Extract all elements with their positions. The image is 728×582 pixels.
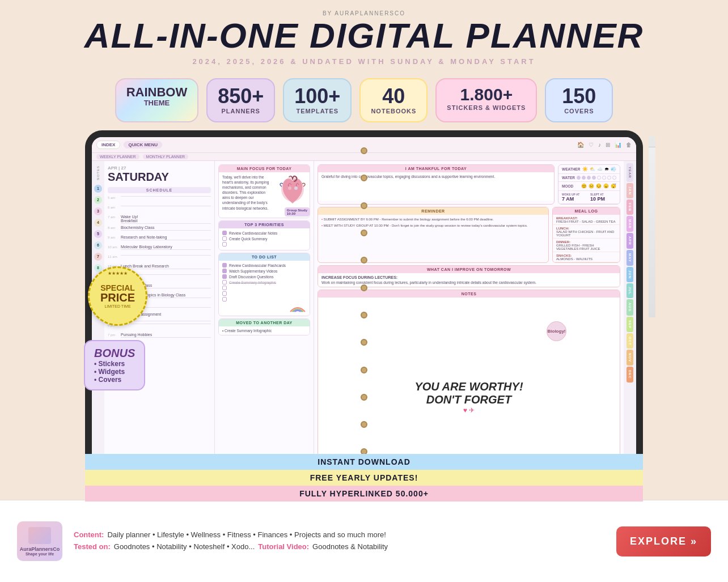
water-dot[interactable]: [582, 176, 586, 180]
heart-icon[interactable]: ♡: [589, 142, 594, 148]
weekly-planner-pill[interactable]: WEEKLY PLANNER: [96, 154, 139, 159]
improve-heading: INCREASE FOCUS DURING LECTURES:: [321, 275, 616, 279]
moved-item: • Create Summary Infographic: [222, 329, 306, 333]
weather-row: WEATHER ☀️ ⛅ ☁️ 🌧 💨: [558, 165, 620, 174]
thankful-content: Grateful for diving into cardiovascular …: [318, 172, 554, 201]
num-tab-2[interactable]: 2: [94, 196, 102, 204]
todo-checkbox-5[interactable]: [222, 286, 227, 290]
tablet-screen: INDEX QUICK MENU 🏠 ♡ ♪ ⊞ 📊 🗑 WEEKLY PLAN…: [92, 137, 636, 493]
todo-checkbox-2[interactable]: [222, 269, 227, 273]
year-tab-apr[interactable]: APR: [627, 233, 633, 249]
year-tab-year[interactable]: YEAR: [627, 163, 633, 182]
improve-text: Work on maintaining consistent focus dur…: [321, 281, 616, 284]
todo-text-3: Draft Discussion Questions: [229, 275, 273, 279]
sunny-icon: ☀️: [582, 167, 588, 172]
num-tab-7[interactable]: 7: [94, 253, 102, 261]
priorities-box: TOP 3 PRIORITIES Review Cardiovascular N…: [218, 220, 310, 250]
grid-icon[interactable]: ⊞: [606, 142, 610, 148]
footer: AuraPlannersCo Shape your life Content: …: [0, 500, 728, 582]
water-dot[interactable]: [597, 176, 601, 180]
home-icon[interactable]: 🏠: [577, 142, 584, 148]
music-icon[interactable]: ♪: [598, 142, 601, 148]
mood-4[interactable]: 😠: [603, 184, 609, 189]
todo-item: Draft Discussion Questions: [222, 274, 306, 279]
sleep-row: WOKE UP AT 7 AM SLEPT AT 10 PM: [558, 191, 620, 204]
priority-checkbox-3[interactable]: [222, 242, 227, 247]
nav-index[interactable]: INDEX: [96, 141, 120, 149]
mood-2[interactable]: 😐: [589, 184, 594, 189]
year-tabs: YEAR JAN FEB MAR APR MAY JUN JUL AUG SEP…: [624, 161, 636, 493]
todo-checkbox-3[interactable]: [222, 274, 227, 279]
year-tab-mar[interactable]: MAR: [627, 216, 633, 232]
date-day: SATURDAY: [108, 171, 211, 184]
todo-checkbox-6[interactable]: [222, 291, 227, 296]
trash-icon[interactable]: 🗑: [626, 142, 632, 148]
year-tab-dec[interactable]: DEC: [627, 367, 633, 383]
main-focus-content: Today, we'll delve into the heart's anat…: [219, 172, 310, 218]
year-tab-oct[interactable]: OCT: [627, 333, 633, 349]
mood-3[interactable]: 😔: [596, 184, 602, 189]
year-tab-aug[interactable]: AUG: [627, 299, 633, 315]
monthly-planner-pill[interactable]: MONTHLY PLANNER: [143, 154, 189, 159]
todo-text-2: Watch Supplementary Videos: [229, 269, 277, 273]
year-tab-jan[interactable]: JAN: [627, 183, 633, 198]
water-dot[interactable]: [587, 176, 591, 180]
date-header: APR | 27 SATURDAY: [108, 165, 211, 184]
middle-section: MAIN FOCUS FOR TODAY Today, we'll delve …: [215, 161, 314, 493]
reminder-header: REMINDER: [318, 207, 548, 215]
dinner-content: GRILLED FISH - FRESH VEGETABLES FRUIT JU…: [556, 244, 616, 250]
chart-icon[interactable]: 📊: [615, 142, 621, 148]
year-tab-jul[interactable]: JUL: [627, 283, 633, 298]
water-dot[interactable]: [607, 176, 611, 180]
tested-val: Goodnotes • Notability • Noteshelf • Xod…: [114, 541, 255, 553]
explore-button[interactable]: EXPLORE »: [616, 526, 711, 556]
num-tab-6[interactable]: 6: [94, 241, 102, 249]
water-dot[interactable]: [602, 176, 606, 180]
priority-checkbox-1[interactable]: [222, 231, 227, 235]
year-tab-jun[interactable]: JUN: [627, 267, 633, 282]
priority-text-1: Review Cardiovascular Notes: [229, 231, 277, 235]
todo-checkbox-4[interactable]: [222, 280, 227, 284]
mood-row: MOOD 😊 😐 😔 😠 😴: [558, 182, 620, 191]
time-row: 5 am: [108, 196, 211, 203]
bonus-widgets: • Widgets: [94, 368, 135, 376]
todo-content: Review Cardiovascular Flashcards Watch S…: [219, 261, 310, 316]
num-tab-5[interactable]: 5: [94, 230, 102, 238]
year-tab-may[interactable]: MAY: [627, 250, 633, 266]
todo-item: Create Summary Infographic: [222, 280, 306, 284]
woke-up-val: 7 AM: [562, 196, 588, 202]
priorities-header: TOP 3 PRIORITIES: [219, 221, 310, 228]
templates-num: 100+: [294, 86, 340, 107]
breakfast-content: FRESH FRUIT - SALAD - GREEN TEA: [556, 220, 616, 223]
year-tab-nov[interactable]: NOV: [627, 350, 633, 366]
content-key: Content:: [74, 529, 104, 541]
todo-checkbox-1[interactable]: [222, 263, 227, 267]
mood-5[interactable]: 😴: [611, 184, 616, 189]
todo-text-1: Review Cardiovascular Flashcards: [229, 264, 286, 267]
water-dot[interactable]: [592, 176, 596, 180]
notes-tab[interactable]: NOTES: [95, 163, 101, 182]
badge-planners: 850+ PLANNERS: [206, 78, 275, 122]
todo-checkbox-7[interactable]: [222, 297, 227, 301]
notes-header: NOTES: [318, 290, 620, 298]
tutorial-key: Tutorial Video:: [258, 541, 309, 553]
right-top-row: I AM THANKFUL FOR TODAY Grateful for div…: [318, 164, 620, 205]
year-tab-sep[interactable]: SEP: [627, 317, 633, 332]
priority-checkbox-2[interactable]: [222, 236, 227, 241]
nav-quick-menu[interactable]: QUICK MENU: [124, 141, 162, 148]
water-dot[interactable]: [612, 176, 616, 180]
num-tab-1[interactable]: 1: [94, 185, 102, 193]
special-text: SPECIAL: [100, 284, 135, 292]
nav-icons: 🏠 ♡ ♪ ⊞ 📊 🗑: [577, 142, 632, 148]
year-tab-feb[interactable]: FEB: [627, 199, 633, 215]
water-dot[interactable]: [577, 176, 581, 180]
todo-text-4: Create Summary Infographic: [229, 281, 276, 284]
tutorial-val: Goodnotes & Notability: [312, 541, 388, 553]
mood-1[interactable]: 😊: [581, 184, 587, 189]
num-tab-3[interactable]: 3: [94, 207, 102, 215]
num-tab-4[interactable]: 4: [94, 219, 102, 227]
tablet-outer: INDEX QUICK MENU 🏠 ♡ ♪ ⊞ 📊 🗑 WEEKLY PLAN…: [85, 130, 643, 500]
planner-body: NOTES 1 2 3 4 5 6 7 8 9 APR | 27 SATURDA…: [92, 161, 636, 493]
priority-item: [222, 242, 306, 247]
stickers-num: 1.800+: [447, 86, 526, 103]
